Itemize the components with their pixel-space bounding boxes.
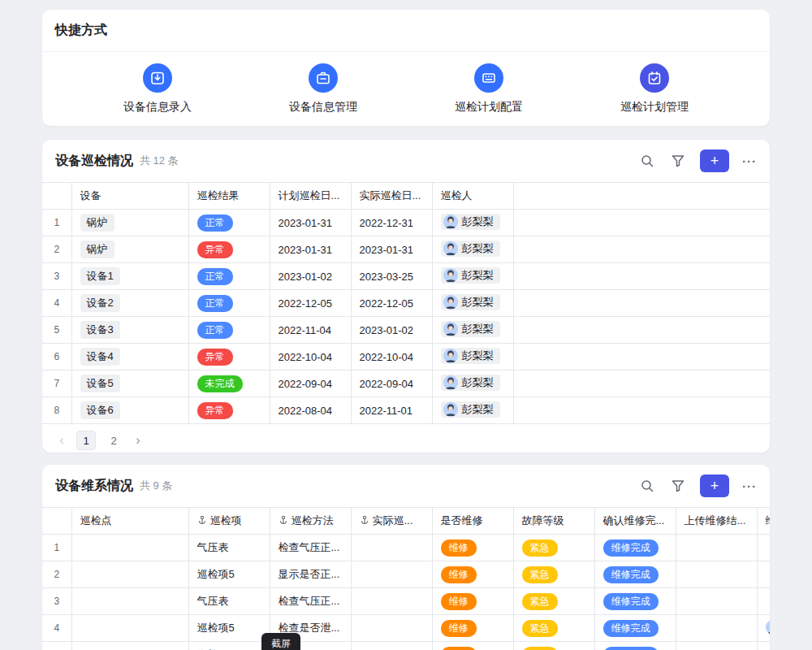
level-cell[interactable]: 紧急 (513, 535, 594, 561)
shortcut-device-manage[interactable]: 设备信息管理 (289, 63, 357, 115)
actual-date-cell[interactable]: 2022-12-31 (351, 210, 432, 236)
level-cell[interactable]: 紧急 (513, 642, 594, 650)
table-row[interactable]: 5巡检项5维修紧急维修完成 (42, 642, 770, 650)
page-number[interactable]: 1 (76, 431, 96, 450)
item-cell[interactable]: 巡检项5 (188, 642, 270, 650)
repair-cell[interactable]: 维修 (432, 642, 513, 650)
shortcut-device-entry[interactable]: 设备信息录入 (123, 63, 192, 115)
device-cell[interactable]: 设备5 (71, 370, 188, 397)
prev-page-icon[interactable]: ‹ (55, 433, 68, 448)
upload-cell[interactable] (676, 561, 757, 588)
device-cell[interactable]: 设备3 (71, 317, 188, 344)
plan-date-cell[interactable]: 2023-01-31 (270, 236, 351, 263)
actual-date-cell[interactable]: 2022-09-04 (351, 370, 432, 397)
filter-icon[interactable] (669, 477, 687, 495)
table-row[interactable]: 7设备5未完成2022-09-042022-09-04彭梨梨 (42, 370, 770, 397)
column-header[interactable]: 巡检人 (432, 183, 513, 210)
search-icon[interactable] (638, 477, 656, 495)
actual-date-cell[interactable]: 2023-03-25 (351, 263, 432, 290)
repair-cell[interactable]: 维修 (432, 615, 513, 642)
search-icon[interactable] (638, 152, 656, 170)
inspector-cell[interactable]: 彭梨梨 (432, 210, 513, 236)
result-cell[interactable]: 正常 (188, 317, 270, 344)
level-cell[interactable]: 紧急 (513, 561, 594, 588)
table-row[interactable]: 5设备3正常2022-11-042023-01-02彭梨梨 (42, 317, 770, 344)
column-header[interactable]: 维 (757, 508, 770, 535)
column-header[interactable]: 确认维修完... (594, 508, 676, 535)
column-header[interactable]: 实际巡检日... (351, 183, 432, 210)
item-cell[interactable]: 巡检项5 (188, 561, 270, 588)
extra-cell[interactable] (757, 588, 770, 615)
confirm-cell[interactable]: 维修完成 (594, 588, 676, 615)
point-cell[interactable] (71, 642, 188, 650)
upload-cell[interactable] (676, 535, 757, 561)
repair-cell[interactable]: 维修 (432, 535, 513, 561)
extra-cell[interactable] (757, 642, 770, 650)
upload-cell[interactable] (676, 642, 757, 650)
column-header[interactable]: 设备 (71, 183, 188, 210)
plan-date-cell[interactable]: 2022-10-04 (270, 344, 351, 370)
column-header[interactable]: 巡检点 (71, 508, 188, 535)
column-header[interactable]: 计划巡检日... (270, 183, 351, 210)
table-row[interactable]: 1气压表检查气压正...维修紧急维修完成 (42, 535, 770, 561)
inspector-cell[interactable]: 彭梨梨 (432, 317, 513, 344)
actual-cell[interactable] (351, 642, 432, 650)
table-row[interactable]: 6设备4异常2022-10-042022-10-04彭梨梨 (42, 344, 770, 370)
filter-icon[interactable] (669, 152, 687, 170)
confirm-cell[interactable]: 维修完成 (594, 561, 676, 588)
page-number[interactable]: 2 (104, 431, 123, 450)
table-row[interactable]: 2巡检项5显示是否正...维修紧急维修完成 (42, 561, 770, 588)
column-header[interactable]: 故障等级 (513, 508, 594, 535)
result-cell[interactable]: 正常 (188, 210, 270, 236)
repair-cell[interactable]: 维修 (432, 588, 513, 615)
column-header[interactable]: 上传维修结... (676, 508, 757, 535)
point-cell[interactable] (71, 535, 188, 561)
plan-date-cell[interactable]: 2022-09-04 (270, 370, 351, 397)
result-cell[interactable]: 异常 (188, 397, 270, 424)
column-header[interactable]: 巡检项 (188, 508, 270, 535)
plan-date-cell[interactable]: 2023-01-02 (270, 263, 351, 290)
extra-cell[interactable] (757, 615, 770, 642)
inspector-cell[interactable]: 彭梨梨 (432, 236, 513, 263)
upload-cell[interactable] (676, 588, 757, 615)
more-icon[interactable]: ··· (742, 154, 757, 168)
inspector-cell[interactable]: 彭梨梨 (432, 397, 513, 424)
table-row[interactable]: 8设备6异常2022-08-042022-11-01彭梨梨 (42, 397, 770, 424)
column-header[interactable]: 巡检结果 (188, 183, 270, 210)
device-cell[interactable]: 锅炉 (71, 236, 188, 263)
actual-cell[interactable] (351, 535, 432, 561)
plan-date-cell[interactable]: 2023-01-31 (270, 210, 351, 236)
confirm-cell[interactable]: 维修完成 (594, 642, 676, 650)
add-record-button[interactable]: + (700, 474, 729, 497)
method-cell[interactable]: 检查气压正... (270, 535, 351, 561)
point-cell[interactable] (71, 588, 188, 615)
column-header[interactable]: 实际巡... (351, 508, 432, 535)
inspector-cell[interactable]: 彭梨梨 (432, 344, 513, 370)
actual-date-cell[interactable]: 2023-01-31 (351, 236, 432, 263)
result-cell[interactable]: 异常 (188, 344, 270, 370)
plan-date-cell[interactable]: 2022-12-05 (270, 290, 351, 317)
column-header[interactable]: 巡检方法 (270, 508, 351, 535)
result-cell[interactable]: 异常 (188, 236, 270, 263)
device-cell[interactable]: 设备4 (71, 344, 188, 370)
actual-date-cell[interactable]: 2022-12-05 (351, 290, 432, 317)
confirm-cell[interactable]: 维修完成 (594, 535, 676, 561)
table-row[interactable]: 4设备2正常2022-12-052022-12-05彭梨梨 (42, 290, 770, 317)
add-record-button[interactable]: + (700, 150, 729, 172)
extra-cell[interactable] (757, 535, 770, 561)
item-cell[interactable]: 气压表 (188, 535, 270, 561)
table-row[interactable]: 1锅炉正常2023-01-312022-12-31彭梨梨 (42, 210, 770, 236)
device-cell[interactable]: 设备6 (71, 397, 188, 424)
device-cell[interactable]: 设备2 (71, 290, 188, 317)
inspector-cell[interactable]: 彭梨梨 (432, 263, 513, 290)
method-cell[interactable]: 检查气压正... (270, 588, 351, 615)
column-header[interactable]: 是否维修 (432, 508, 513, 535)
result-cell[interactable]: 正常 (188, 290, 270, 317)
next-page-icon[interactable]: › (132, 433, 145, 448)
point-cell[interactable] (71, 615, 188, 642)
result-cell[interactable]: 正常 (188, 263, 270, 290)
item-cell[interactable]: 巡检项5 (188, 615, 270, 642)
device-cell[interactable]: 锅炉 (71, 210, 188, 236)
actual-date-cell[interactable]: 2022-10-04 (351, 344, 432, 370)
shortcut-plan-manage[interactable]: 巡检计划管理 (620, 63, 689, 115)
